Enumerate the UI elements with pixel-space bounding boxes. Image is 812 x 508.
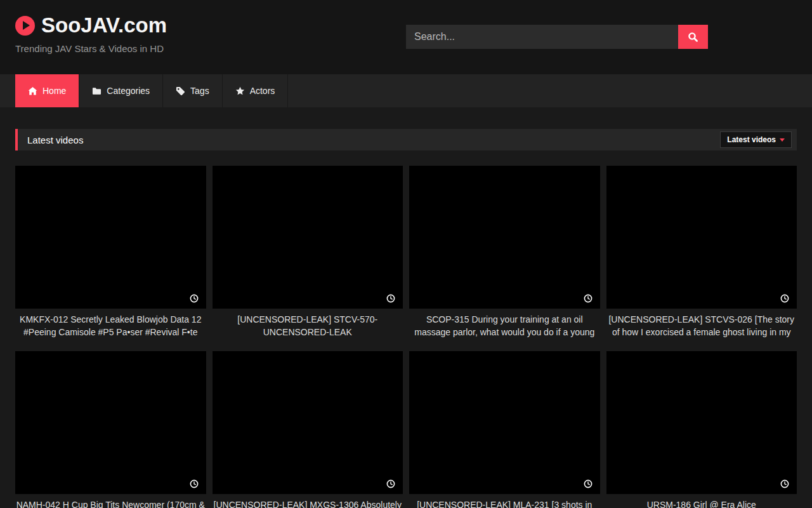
video-card: NAMH-042 H Cup Big Tits Newcomer (170cm … (15, 351, 206, 508)
clock-icon (584, 294, 593, 303)
video-grid: KMKFX-012 Secretly Leaked Blowjob Data 1… (15, 166, 797, 508)
video-thumbnail[interactable] (15, 351, 206, 494)
clock-icon (386, 294, 395, 303)
sort-dropdown-button[interactable]: Latest videos (720, 131, 792, 148)
folder-icon (92, 86, 102, 96)
video-title[interactable]: URSM-186 Girl @ Era Alice (606, 498, 797, 508)
video-title[interactable]: [UNCENSORED-LEAK] MLA-231 [3 shots in (409, 498, 600, 508)
video-title[interactable]: [UNCENSORED-LEAK] STCV-570-UNCENSORED-LE… (213, 313, 403, 338)
video-card: [UNCENSORED-LEAK] MXGS-1306 Absolutely (213, 351, 403, 508)
site-title: SooJAV.com (41, 13, 167, 37)
video-thumbnail[interactable] (409, 351, 600, 494)
caret-down-icon (780, 138, 785, 142)
video-thumbnail[interactable] (213, 166, 403, 309)
clock-icon (190, 294, 199, 303)
clock-icon (780, 479, 789, 488)
section-title: Latest videos (27, 135, 83, 145)
site-header: SooJAV.com Trending JAV Stars & Videos i… (0, 0, 812, 74)
section-header: Latest videos Latest videos (15, 129, 797, 150)
nav-item-label: Categories (107, 86, 150, 96)
clock-icon (190, 479, 199, 488)
nav-item-tags[interactable]: Tags (163, 74, 223, 107)
video-title[interactable]: KMKFX-012 Secretly Leaked Blowjob Data 1… (15, 313, 206, 338)
nav-item-categories[interactable]: Categories (79, 74, 163, 107)
play-icon (15, 16, 35, 36)
nav-item-label: Actors (250, 86, 275, 96)
star-icon (235, 86, 245, 96)
video-thumbnail[interactable] (213, 351, 403, 494)
home-icon (28, 86, 37, 96)
sort-dropdown-label: Latest videos (727, 135, 776, 144)
video-card: URSM-186 Girl @ Era Alice (606, 351, 797, 508)
video-card: [UNCENSORED-LEAK] MLA-231 [3 shots in (409, 351, 600, 508)
video-title[interactable]: NAMH-042 H Cup Big Tits Newcomer (170cm … (15, 498, 206, 508)
clock-icon (386, 479, 395, 488)
clock-icon (584, 479, 593, 488)
main-content: Latest videos Latest videos KMKFX-012 Se… (0, 129, 812, 508)
search-button[interactable] (678, 25, 708, 49)
video-card: KMKFX-012 Secretly Leaked Blowjob Data 1… (15, 166, 206, 338)
nav-item-label: Home (43, 86, 66, 96)
video-thumbnail[interactable] (606, 166, 797, 309)
nav-item-home[interactable]: Home (15, 74, 79, 107)
video-thumbnail[interactable] (15, 166, 206, 309)
video-card: SCOP-315 During your training at an oil … (409, 166, 600, 338)
search-input[interactable] (406, 25, 678, 49)
video-thumbnail[interactable] (409, 166, 600, 309)
video-title[interactable]: SCOP-315 During your training at an oil … (409, 313, 600, 338)
main-nav: Home Categories Tags Actors (0, 74, 812, 107)
search-icon (688, 32, 698, 43)
video-thumbnail[interactable] (606, 351, 797, 494)
video-card: [UNCENSORED-LEAK] STCV-570-UNCENSORED-LE… (213, 166, 403, 338)
video-title[interactable]: [UNCENSORED-LEAK] STCVS-026 [The story o… (606, 313, 797, 338)
nav-item-actors[interactable]: Actors (223, 74, 289, 107)
clock-icon (780, 294, 789, 303)
tag-icon (176, 86, 185, 96)
site-logo[interactable]: SooJAV.com (15, 13, 167, 37)
video-card: [UNCENSORED-LEAK] STCVS-026 [The story o… (606, 166, 797, 338)
search-bar (406, 25, 708, 49)
video-title[interactable]: [UNCENSORED-LEAK] MXGS-1306 Absolutely (213, 498, 403, 508)
nav-item-label: Tags (190, 86, 209, 96)
